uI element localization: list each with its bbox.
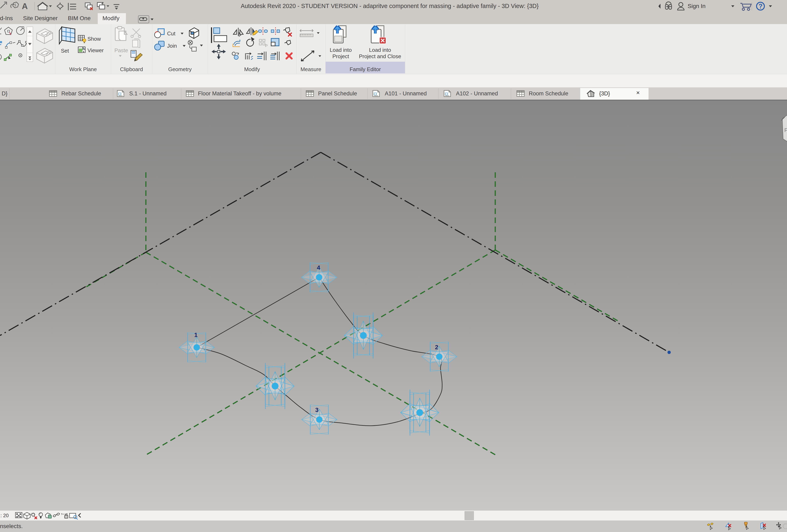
svg-text:1: 1 — [15, 3, 16, 7]
svg-text:F: F — [784, 127, 787, 133]
svg-text:3: 3 — [315, 406, 319, 413]
svg-text:4: 4 — [317, 264, 320, 271]
svg-text:A: A — [22, 2, 28, 11]
svg-text:?: ? — [759, 3, 763, 10]
svg-text:2: 2 — [435, 344, 438, 351]
svg-text:1: 1 — [194, 332, 197, 338]
svg-text:P: P — [265, 44, 268, 48]
